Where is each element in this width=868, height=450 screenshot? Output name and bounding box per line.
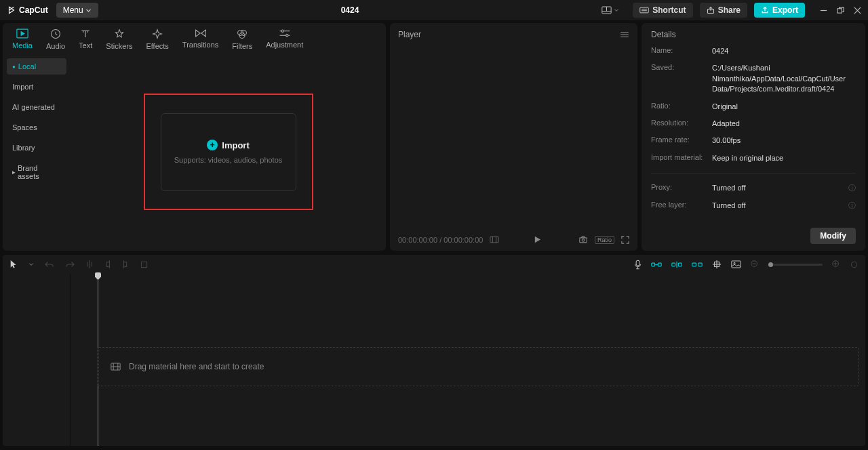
label-freelayer: Free layer: <box>651 201 712 211</box>
tab-text[interactable]: Text <box>79 28 92 50</box>
logo-icon <box>7 5 16 15</box>
svg-rect-33 <box>652 263 655 266</box>
highlight-box: + Import Supports: videos, audios, photo… <box>144 94 313 210</box>
audio-icon <box>50 28 61 39</box>
timeline-canvas[interactable]: Drag material here and start to create <box>71 274 865 446</box>
cat-spaces[interactable]: Spaces <box>7 119 66 136</box>
media-categories: ●Local Import AI generated Spaces Librar… <box>3 53 71 251</box>
tab-stickers[interactable]: Stickers <box>106 28 132 50</box>
info-icon[interactable]: ⓘ <box>848 201 856 211</box>
svg-point-19 <box>285 35 288 37</box>
zoom-fit-button[interactable] <box>850 261 859 268</box>
split-button[interactable] <box>85 260 94 269</box>
undo-button[interactable] <box>45 260 54 268</box>
tab-audio[interactable]: Audio <box>46 28 65 50</box>
chevron-down-icon[interactable] <box>28 262 34 267</box>
layout-selector[interactable] <box>601 6 619 14</box>
value-saved: C:/Users/Kushani Nimanthika/AppData/Loca… <box>712 63 856 94</box>
svg-rect-32 <box>636 260 639 266</box>
media-panel: Media Audio Text Stickers Effects Transi… <box>3 23 386 251</box>
value-importmat: Keep in original place <box>712 153 856 163</box>
export-button[interactable]: Export <box>754 3 805 18</box>
player-timecode: 00:00:00:00 / 00:00:00:00 <box>398 236 483 244</box>
timeline-dropzone[interactable]: Drag material here and start to create <box>98 347 859 386</box>
link-button[interactable] <box>692 261 703 268</box>
cover-button[interactable] <box>731 260 741 268</box>
timeline-drop-hint: Drag material here and start to create <box>129 362 264 371</box>
magnet-auto-button[interactable] <box>671 260 682 269</box>
label-proxy: Proxy: <box>651 183 712 193</box>
stickers-icon <box>114 28 125 39</box>
crop-button[interactable] <box>140 260 149 269</box>
label-ratio: Ratio: <box>651 102 712 112</box>
tab-filters[interactable]: Filters <box>232 28 252 50</box>
media-icon <box>16 28 28 39</box>
minimize-button[interactable] <box>820 7 827 14</box>
snapshot-icon[interactable] <box>578 235 588 244</box>
layout-icon <box>601 6 612 14</box>
svg-point-27 <box>582 239 585 242</box>
keyboard-icon <box>639 7 649 14</box>
value-name: 0424 <box>712 46 856 56</box>
value-framerate: 30.00fps <box>712 136 856 146</box>
player-viewport <box>398 39 629 235</box>
svg-rect-36 <box>672 263 675 266</box>
fullscreen-icon[interactable] <box>621 236 629 244</box>
zoom-out-button[interactable] <box>751 260 759 268</box>
svg-rect-31 <box>141 262 146 267</box>
svg-point-51 <box>851 262 856 267</box>
shortcut-button[interactable]: Shortcut <box>633 3 692 18</box>
details-title: Details <box>651 30 856 46</box>
source-tabs: Media Audio Text Stickers Effects Transi… <box>3 23 386 53</box>
menu-button[interactable]: Menu <box>56 3 98 18</box>
quality-icon[interactable] <box>490 236 499 243</box>
mic-button[interactable] <box>634 260 642 270</box>
trim-left-button[interactable] <box>104 260 111 269</box>
chevron-down-icon <box>85 7 92 14</box>
pointer-tool[interactable] <box>9 260 18 269</box>
share-button[interactable]: Share <box>700 3 747 18</box>
redo-button[interactable] <box>65 260 75 268</box>
svg-rect-34 <box>658 263 661 266</box>
close-button[interactable] <box>854 7 861 14</box>
svg-rect-40 <box>698 263 703 266</box>
svg-point-45 <box>734 262 735 264</box>
timeline: Drag material here and start to create <box>3 274 865 446</box>
play-button[interactable] <box>533 235 542 244</box>
chevron-down-icon <box>614 7 619 13</box>
title-bar: CapCut Menu 0424 Shortcut Share Export <box>0 0 868 20</box>
app-name: CapCut <box>19 5 48 15</box>
preview-axis-button[interactable] <box>712 260 722 269</box>
magnet-main-button[interactable] <box>651 261 662 268</box>
text-icon <box>80 28 91 39</box>
transitions-icon <box>195 28 207 38</box>
cat-brand-assets[interactable]: ▸Brand assets <box>7 160 66 184</box>
import-dropzone[interactable]: + Import Supports: videos, audios, photo… <box>161 113 296 191</box>
adjustment-icon <box>279 28 291 38</box>
tab-transitions[interactable]: Transitions <box>182 28 218 50</box>
trim-right-button[interactable] <box>122 260 129 269</box>
ratio-button[interactable]: Ratio <box>595 236 614 244</box>
maximize-button[interactable] <box>837 7 844 14</box>
player-panel: Player 00:00:00:00 / 00:00:00:00 Ratio <box>390 23 637 251</box>
tab-adjustment[interactable]: Adjustment <box>266 28 303 50</box>
cat-local[interactable]: ●Local <box>7 58 66 75</box>
info-icon[interactable]: ⓘ <box>848 183 856 193</box>
zoom-in-button[interactable] <box>832 260 840 268</box>
zoom-slider[interactable] <box>768 264 823 266</box>
player-menu-icon[interactable] <box>620 31 629 38</box>
label-framerate: Frame rate: <box>651 136 712 146</box>
svg-rect-44 <box>732 261 741 268</box>
plus-icon: + <box>207 140 218 150</box>
project-title: 0424 <box>98 5 602 15</box>
cat-ai-generated[interactable]: AI generated <box>7 99 66 115</box>
label-importmat: Import material: <box>651 153 712 163</box>
tab-media[interactable]: Media <box>12 28 33 50</box>
svg-rect-26 <box>580 238 587 243</box>
cat-import[interactable]: Import <box>7 79 66 95</box>
modify-button[interactable]: Modify <box>810 228 856 244</box>
timeline-toolbar <box>3 255 865 274</box>
export-icon <box>761 6 769 14</box>
cat-library[interactable]: Library <box>7 140 66 156</box>
tab-effects[interactable]: Effects <box>146 28 168 50</box>
